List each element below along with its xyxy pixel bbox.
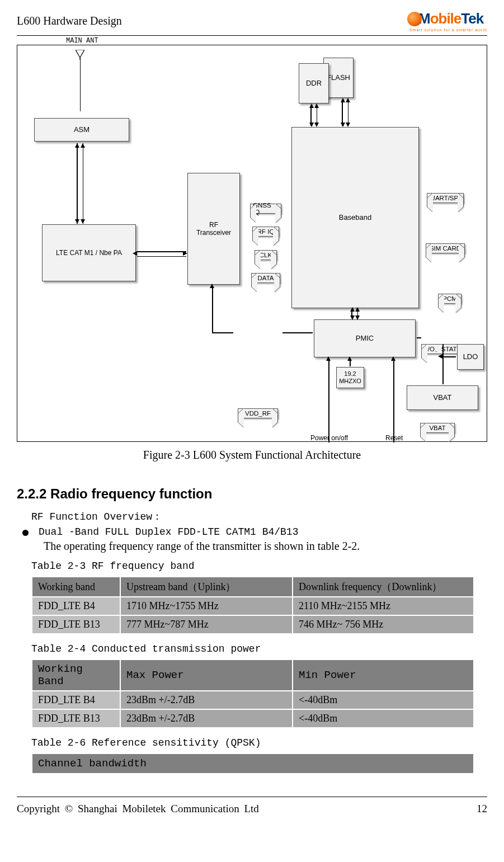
antenna-line — [80, 58, 81, 111]
tbl23-h3: Downlink frequency（Downlink） — [293, 577, 474, 597]
gnss-iq-signal: GNSS IQ — [250, 204, 281, 214]
reset-label: Reset — [385, 433, 403, 443]
sim-card-signal: SIM CARD — [426, 243, 465, 253]
table-2-6-label: Table 2-6 Reference sensitivity (QPSK) — [31, 737, 487, 748]
table-row: FDD_LTE B13 777 MHz~787 MHz 746 MHz~ 756… — [32, 615, 474, 634]
page-footer: Copyright © Shanghai Mobiletek Communica… — [17, 797, 487, 827]
pa-rf-link — [137, 251, 186, 257]
vdd-rf-signal: VDD_RF — [238, 408, 278, 418]
asm-block: ASM — [34, 118, 129, 142]
bullet-item: Dual -Band FULL Duplex FDD-LTE CATM1 B4/… — [22, 526, 487, 538]
pmic-block: PMIC — [314, 319, 416, 357]
ddr-block: DDR — [299, 63, 329, 103]
rf-iq-signal: RF IQ — [252, 227, 279, 237]
logo-orb-icon — [407, 12, 422, 26]
xo-block: 19.2 MHZXO — [336, 367, 364, 388]
tbl24-h2: Max Power — [120, 660, 293, 691]
tbl26-header: Channel bandwidth — [31, 753, 474, 774]
figure-caption: Figure 2-3 L600 System Functional Archit… — [17, 449, 487, 461]
section-heading: 2.2.2 Radio frequency function — [17, 486, 487, 502]
logo-text: MobileTek — [418, 10, 483, 27]
logo-tagline: Smart solution for a smarter world — [409, 28, 487, 32]
pcm-signal: PCM — [438, 294, 461, 304]
header-title: L600 Hardware Design — [17, 15, 122, 27]
tbl24-h3: Min Power — [293, 660, 474, 691]
data-signal: DATA — [251, 273, 280, 283]
rf-transceiver-block: RF Transceiver — [187, 173, 240, 285]
table-2-3: Working band Upstream band（Uplink） Downl… — [31, 576, 474, 634]
system-diagram: ASM LTE CAT M1 / Nbe PA RF Transceiver F… — [17, 45, 487, 442]
bullet-text: Dual -Band FULL Duplex FDD-LTE CATM1 B4/… — [39, 526, 298, 538]
page-header: L600 Hardware Design MobileTek Smart sol… — [17, 0, 487, 36]
table-row: FDD_LTE B13 23dBm +/-2.7dB <-40dBm — [32, 709, 474, 728]
tbl23-h2: Upstream band（Uplink） — [120, 577, 293, 597]
table-2-4-label: Table 2-4 Conducted transmission power — [31, 643, 487, 654]
copyright: Copyright © Shanghai Mobiletek Communica… — [17, 803, 259, 815]
rf-overview-line: RF Function Overview： — [31, 510, 487, 523]
clk-signal: CLK — [255, 250, 277, 260]
vbat-block: VBAT — [407, 385, 478, 410]
tbl23-h1: Working band — [32, 577, 120, 597]
table-row: FDD_LTE B4 23dBm +/-2.7dB <-40dBm — [32, 691, 474, 709]
table-2-4: Working Band Max Power Min Power FDD_LTE… — [31, 659, 474, 728]
baseband-block: Baseband — [291, 127, 419, 308]
pa-block: LTE CAT M1 / Nbe PA — [42, 224, 136, 281]
antenna-label: MAIN ANT — [66, 37, 98, 45]
vbat-signal: VBAT — [420, 423, 455, 433]
power-onoff-label: Power on/off — [310, 433, 348, 443]
uart-spi-signal: UART/SPI — [427, 193, 464, 203]
tbl24-h1: Working Band — [32, 660, 120, 691]
freq-note: The operating frequency range of the tra… — [44, 540, 487, 553]
ldo-block: LDO — [457, 344, 484, 370]
table-row: FDD_LTE B4 1710 MHz~1755 MHz 2110 MHz~21… — [32, 597, 474, 615]
table-2-3-label: Table 2-3 RF frequency band — [31, 560, 487, 572]
page-number: 12 — [477, 803, 487, 815]
logo: MobileTek Smart solution for a smarter w… — [407, 10, 487, 32]
asm-pa-link — [77, 143, 83, 224]
bullet-icon — [22, 530, 29, 536]
